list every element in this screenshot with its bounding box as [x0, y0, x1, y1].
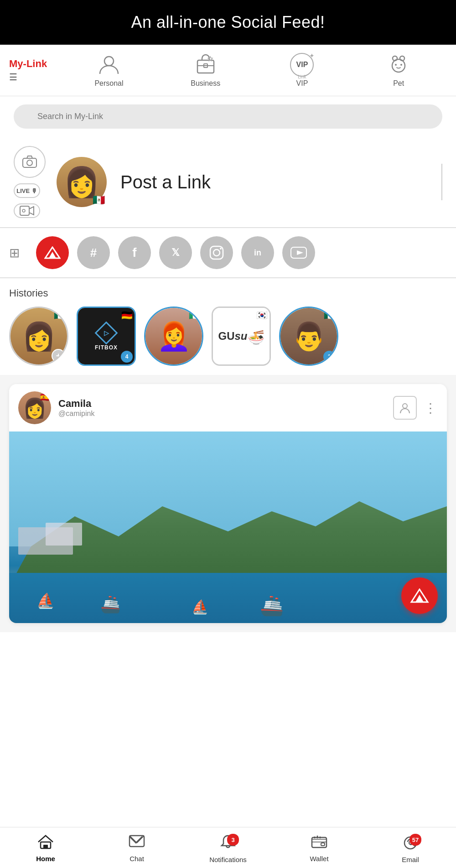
grid-toggle[interactable]: ⊞ — [0, 228, 29, 277]
pet-icon — [387, 53, 410, 77]
post-area: LIVE 🎙 👩 🇲🇽 Post a Link — [0, 137, 456, 228]
post-handle: @camipink — [58, 410, 393, 418]
logo-text: My-Link — [9, 58, 47, 70]
gutsu-bowl: 🍜 — [248, 329, 264, 345]
wallet-svg — [311, 835, 327, 849]
notifications-badge: 3 — [227, 834, 239, 846]
man1-flag: 🇲🇽 — [324, 310, 335, 321]
svg-rect-30 — [312, 839, 326, 842]
social-linkedin-button[interactable]: in — [241, 236, 274, 269]
post-image: ⛵ 🚢 ⛵ 🚢 — [9, 431, 447, 623]
svg-point-5 — [392, 59, 405, 72]
camila-flag: 🇪🇸 — [40, 392, 50, 402]
histories-section: Histories 👩 🇲🇽 + ▷ FI — [0, 278, 456, 375]
va-icon — [44, 246, 61, 259]
nav-personal-label: Personal — [94, 79, 123, 88]
fitbox-avatar: ▷ FITBOX 🇩🇪 4 — [77, 307, 136, 366]
nav-business-label: Business — [191, 79, 220, 88]
histories-title: Histories — [9, 287, 447, 299]
hamburger-menu[interactable]: ☰ — [9, 72, 18, 83]
svg-point-16 — [220, 248, 222, 249]
svg-point-7 — [400, 64, 402, 66]
man1-story-count: 1 — [323, 351, 335, 363]
tab-wallet[interactable]: Wallet — [274, 835, 365, 863]
social-youtube-button[interactable] — [282, 236, 315, 269]
va-float-icon — [410, 588, 429, 603]
wallet-icon — [311, 835, 327, 853]
tab-notifications[interactable]: 3 3 Notifications — [182, 834, 274, 863]
nav-bar: My-Link ☰ Personal Business — [0, 45, 456, 96]
social-hashtag-button[interactable]: # — [77, 236, 110, 269]
linkedin-symbol: in — [254, 248, 261, 258]
gutsu-flag: 🇰🇷 — [256, 310, 268, 321]
va-float-button[interactable] — [401, 577, 438, 614]
svg-line-25 — [130, 836, 137, 843]
my-story-avatar: 👩 🇲🇽 + — [9, 307, 68, 366]
history-man1[interactable]: 👨 🇲🇽 1 — [279, 307, 338, 366]
hashtag-symbol: # — [90, 246, 97, 260]
profile-view-button[interactable] — [393, 396, 417, 420]
live-button[interactable]: LIVE 🎙 — [14, 183, 40, 198]
post-card: 👩 🇪🇸 Camila @camipink ⋮ — [9, 384, 447, 623]
search-input[interactable] — [14, 104, 442, 129]
search-wrap: 🔍 — [14, 104, 442, 129]
top-banner: An all-in-one Social Feed! — [0, 0, 456, 45]
history-girl1[interactable]: 👩‍🦰 🇮🇪 — [144, 307, 203, 366]
social-va-button[interactable] — [36, 236, 69, 269]
post-label[interactable]: Post a Link — [120, 172, 211, 192]
nav-item-personal[interactable]: Personal — [91, 53, 127, 88]
girl1-avatar: 👩‍🦰 🇮🇪 — [144, 307, 203, 366]
tab-email-label: Email — [402, 856, 419, 863]
bottom-nav: Home Chat 3 3 Notifications — [0, 827, 456, 868]
boat2: 🚢 — [100, 595, 121, 614]
nav-item-business[interactable]: Business — [187, 53, 224, 88]
post-actions: LIVE 🎙 — [14, 146, 46, 218]
camera-icon — [22, 156, 37, 168]
add-story-button[interactable]: + — [52, 349, 65, 363]
post-avatar-flag: 🇲🇽 — [93, 195, 105, 205]
history-gutsu[interactable]: GUsu 🍜 🇰🇷 — [212, 307, 271, 366]
post-avatar: 👩 🇲🇽 — [57, 157, 107, 207]
video-button[interactable] — [14, 203, 40, 218]
chat-icon — [129, 835, 145, 853]
fitbox-story-count: 4 — [121, 351, 133, 363]
twitter-symbol: 𝕏 — [171, 247, 180, 259]
nav-item-pet[interactable]: Pet — [380, 53, 417, 88]
post-image-scene: ⛵ 🚢 ⛵ 🚢 — [9, 431, 447, 623]
nav-items: Personal Business VIP ✦ Link VIP — [61, 53, 447, 88]
personal-icon — [97, 53, 121, 77]
tab-email[interactable]: 57 57 Email — [365, 834, 456, 863]
svg-line-26 — [137, 836, 144, 843]
tab-chat[interactable]: Chat — [91, 835, 182, 863]
bottom-spacer — [0, 632, 456, 678]
post-username: Camila — [58, 398, 393, 410]
fitbox-diamond: ▷ — [95, 322, 118, 345]
fitbox-diamond-wrap: ▷ — [95, 322, 118, 344]
business-icon — [194, 53, 218, 77]
svg-rect-10 — [20, 206, 29, 215]
social-instagram-button[interactable] — [200, 236, 233, 269]
nav-pet-label: Pet — [393, 79, 404, 88]
svg-rect-31 — [321, 843, 325, 846]
facebook-symbol: f — [132, 245, 136, 260]
nav-item-vip[interactable]: VIP ✦ Link VIP — [284, 53, 320, 88]
boat3: ⛵ — [192, 599, 208, 615]
svg-point-15 — [213, 249, 220, 256]
history-my-story[interactable]: 👩 🇲🇽 + — [9, 307, 68, 366]
feed-section: 👩 🇪🇸 Camila @camipink ⋮ — [0, 375, 456, 632]
svg-marker-18 — [297, 250, 303, 255]
histories-row: 👩 🇲🇽 + ▷ FITBOX 🇩🇪 4 — [9, 307, 447, 370]
history-fitbox[interactable]: ▷ FITBOX 🇩🇪 4 — [77, 307, 136, 366]
more-options-button[interactable]: ⋮ — [424, 400, 438, 416]
social-icons-row: # f 𝕏 in — [29, 228, 456, 277]
logo-area[interactable]: My-Link ☰ — [9, 58, 47, 83]
tab-home[interactable]: Home — [0, 835, 91, 863]
my-story-flag: 🇲🇽 — [54, 310, 65, 321]
camera-button[interactable] — [14, 146, 46, 178]
social-twitter-button[interactable]: 𝕏 — [159, 236, 192, 269]
email-badge: 57 — [409, 834, 421, 846]
post-card-actions: ⋮ — [393, 396, 438, 420]
man1-avatar: 👨 🇲🇽 1 — [279, 307, 338, 366]
social-facebook-button[interactable]: f — [118, 236, 151, 269]
svg-point-6 — [395, 64, 397, 66]
